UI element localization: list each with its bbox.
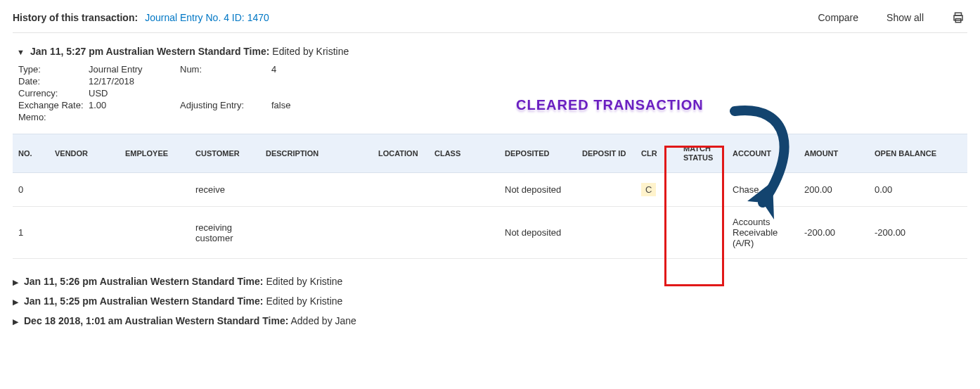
cell-open-balance: 0.00 <box>869 173 967 207</box>
th-account: ACCOUNT <box>727 134 799 173</box>
th-customer: CUSTOMER <box>190 134 260 173</box>
meta-date-value: 12/17/2018 <box>89 76 180 87</box>
meta-num-value: 4 <box>271 64 328 75</box>
table-row: 1 receiving customer Not deposited Accou… <box>13 207 967 259</box>
cell-customer: receiving customer <box>190 207 260 259</box>
history-action: Edited by Kristine <box>272 46 349 57</box>
meta-type-label: Type: <box>18 64 89 75</box>
cell-account: Accounts Receivable (A/R) <box>727 207 799 259</box>
th-vendor: VENDOR <box>49 134 120 173</box>
history-timestamp: Jan 11, 5:27 pm Australian Western Stand… <box>30 46 270 57</box>
th-clr: CLR <box>636 134 678 173</box>
caret-down-icon: ▼ <box>17 48 25 56</box>
meta-currency-value: USD <box>89 88 180 98</box>
journal-lines-table: NO. VENDOR EMPLOYEE CUSTOMER DESCRIPTION… <box>13 134 967 259</box>
meta-memo-label: Memo: <box>18 112 89 122</box>
history-action: Edited by Kristine <box>266 276 342 287</box>
cell-open-balance: -200.00 <box>869 207 967 259</box>
history-timestamp: Dec 18 2018, 1:01 am Australian Western … <box>24 315 288 326</box>
meta-date-label: Date: <box>18 76 89 87</box>
meta-type-value: Journal Entry <box>89 64 180 75</box>
page-title: History of this transaction: <box>13 12 138 23</box>
history-entry-expanded[interactable]: ▼ Jan 11, 5:27 pm Australian Western Sta… <box>13 46 967 57</box>
cell-deposited: Not deposited <box>499 207 576 259</box>
cell-deposited: Not deposited <box>499 173 576 207</box>
history-action: Added by Jane <box>290 315 356 326</box>
cell-account: Chase <box>727 173 799 207</box>
th-class: CLASS <box>429 134 499 173</box>
meta-num-label: Num: <box>180 64 271 75</box>
history-entry-collapsed[interactable]: ▶ Jan 11, 5:25 pm Australian Western Sta… <box>13 293 967 310</box>
history-timestamp: Jan 11, 5:25 pm Australian Western Stand… <box>24 295 264 307</box>
history-timestamp: Jan 11, 5:26 pm Australian Western Stand… <box>24 276 264 287</box>
transaction-meta: Type: Journal Entry Num: 4 Date: 12/17/2… <box>18 64 967 122</box>
th-description: DESCRIPTION <box>260 134 373 173</box>
th-open-balance: OPEN BALANCE <box>869 134 967 173</box>
th-deposit-id: DEPOSIT ID <box>576 134 636 173</box>
th-amount: AMOUNT <box>799 134 869 173</box>
transaction-link[interactable]: Journal Entry No. 4 ID: 1470 <box>145 12 269 23</box>
meta-adjusting-label: Adjusting Entry: <box>180 100 271 110</box>
cell-customer: receive <box>190 173 260 207</box>
compare-button[interactable]: Compare <box>818 12 858 23</box>
cell-clr: C <box>641 183 656 196</box>
table-header-row: NO. VENDOR EMPLOYEE CUSTOMER DESCRIPTION… <box>13 134 967 173</box>
cell-no: 0 <box>13 173 49 207</box>
cell-amount: 200.00 <box>799 173 869 207</box>
caret-right-icon: ▶ <box>13 317 18 326</box>
history-action: Edited by Kristine <box>266 295 342 307</box>
cell-amount: -200.00 <box>799 207 869 259</box>
print-icon[interactable] <box>952 11 965 24</box>
cell-no: 1 <box>13 207 49 259</box>
caret-right-icon: ▶ <box>13 298 18 307</box>
meta-adjusting-value: false <box>271 100 328 110</box>
meta-exchange-label: Exchange Rate: <box>18 100 89 110</box>
th-match-status: MATCH STATUS <box>678 134 727 173</box>
th-employee: EMPLOYEE <box>120 134 190 173</box>
caret-right-icon: ▶ <box>13 278 18 287</box>
history-entry-collapsed[interactable]: ▶ Jan 11, 5:26 pm Australian Western Sta… <box>13 273 967 290</box>
meta-exchange-value: 1.00 <box>89 100 180 110</box>
table-row: 0 receive Not deposited C Chase 200.00 0… <box>13 173 967 207</box>
th-no: NO. <box>13 134 49 173</box>
page-header: History of this transaction: Journal Ent… <box>13 8 967 33</box>
th-location: LOCATION <box>373 134 429 173</box>
history-entry-collapsed[interactable]: ▶ Dec 18 2018, 1:01 am Australian Wester… <box>13 312 967 329</box>
show-all-button[interactable]: Show all <box>886 12 924 23</box>
th-deposited: DEPOSITED <box>499 134 576 173</box>
meta-currency-label: Currency: <box>18 88 89 98</box>
cell-clr <box>636 207 678 259</box>
